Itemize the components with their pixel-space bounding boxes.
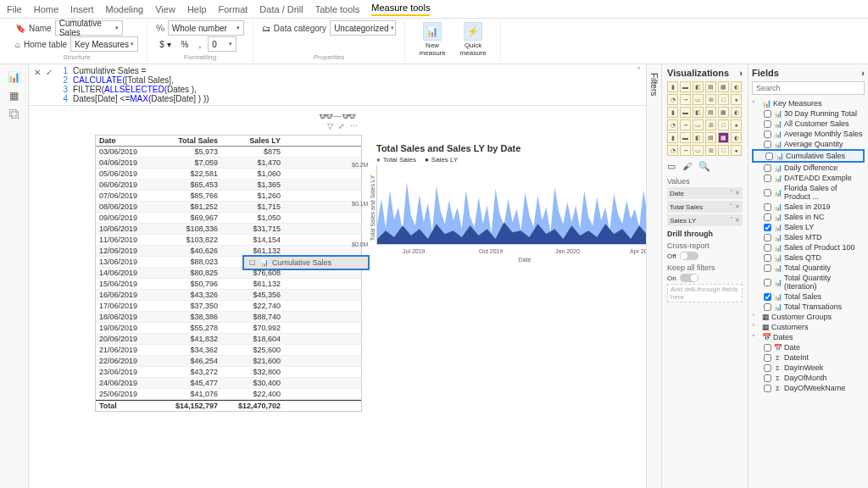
table-row[interactable]: 08/06/2019$81,252$1,715 [96,202,361,213]
table-row[interactable]: 15/06/2019$50,796$61,132 [96,279,361,290]
formula-bar[interactable]: ✕✓ 1Cumulative Sales = 2CALCULATE( [Tota… [29,64,646,106]
viz-type-icon[interactable]: ◧ [693,132,704,143]
field-sales-mtd[interactable]: 📊Sales MTD [752,232,865,242]
viz-type-icon[interactable]: ┅ [680,119,691,130]
viz-type-icon[interactable]: ◔ [667,94,678,105]
viz-type-icon[interactable]: ◐ [731,107,742,118]
format-dropdown[interactable]: Whole number [168,20,244,36]
report-canvas[interactable]: 👓─👓 ▽⤢⋯ DateTotal SalesSales LY 03/06/20… [29,106,646,488]
viz-type-icon[interactable]: ▬ [680,81,691,92]
viz-type-icon[interactable]: ▦ [718,81,729,92]
field-average-quantity[interactable]: 📊Average Quantity [752,139,865,149]
field-daily-difference[interactable]: 📊Daily Difference [752,163,865,173]
menu-format[interactable]: Format [219,4,248,14]
field-30-day-running-total[interactable]: 📊30 Day Running Total [752,108,865,119]
field-dayofweekname[interactable]: ΣDayOfWeekName [752,383,865,393]
viz-type-icon[interactable]: ⊞ [705,119,716,130]
viz-type-icon[interactable]: ◧ [693,107,704,118]
keep-filters-toggle[interactable]: On [667,274,743,282]
col-salesly[interactable]: Sales LY [221,136,284,146]
viz-type-icon[interactable]: ◔ [667,119,678,130]
commit-icon[interactable]: ✓ [46,68,53,77]
table-row[interactable]: 16/06/2019$43,326$45,356 [96,290,361,301]
report-view-icon[interactable]: 📊 [5,69,24,85]
viz-type-icon[interactable]: □ [718,145,729,156]
menu-insert[interactable]: Insert [70,4,94,14]
field-well-sales-ly[interactable]: Sales LY [667,214,743,226]
table-customer-groups[interactable]: ▦ Customer Groups [752,312,865,322]
chevron-right-icon[interactable]: › [861,68,865,78]
menu-table-tools[interactable]: Table tools [315,4,360,14]
table-row[interactable]: 06/06/2019$65,453$1,365 [96,180,361,191]
table-dates[interactable]: 📅 Dates [752,332,865,342]
focus-icon[interactable]: ⤢ [338,122,345,130]
field-well-total-sales[interactable]: Total Sales [667,201,743,213]
viz-type-icon[interactable]: ▮ [667,81,678,92]
table-row[interactable]: 21/06/2019$34,362$25,600 [96,345,361,356]
viz-type-icon[interactable]: ▦ [718,107,729,118]
chart-visual[interactable]: Total Sales and Sales LY by Date Total S… [376,143,646,263]
currency-button[interactable]: $ ▾ [156,39,174,50]
viz-type-icon[interactable]: ┅ [680,145,691,156]
menu-help[interactable]: Help [187,4,207,14]
field-sales-qtd[interactable]: 📊Sales QTD [752,252,865,263]
col-date[interactable]: Date [96,136,159,146]
viz-type-icon[interactable]: □ [718,94,729,105]
table-row[interactable]: 11/06/2019$103,822$14,154 [96,235,361,246]
table-row[interactable]: 10/06/2019$108,336$31,715 [96,224,361,235]
table-key-measures[interactable]: 📊 Key Measures [752,98,865,108]
viz-type-icon[interactable]: ▤ [705,107,716,118]
field-total-quantity--iteration-[interactable]: 📊Total Quantity (Iteration) [752,273,865,291]
field-dayofmonth[interactable]: ΣDayOfMonth [752,373,865,383]
table-customers[interactable]: ▦ Customers [752,322,865,332]
visual-type-gallery[interactable]: ▮▬◧▤▦◐◔┅▭⊞□●▮▬◧▤▦◐◔┅▭⊞□●▮▬◧▤▦◐◔┅▭⊞□● [667,81,743,156]
viz-type-icon[interactable]: ● [731,94,742,105]
menu-file[interactable]: File [7,4,22,14]
more-icon[interactable]: ⋯ [350,122,358,130]
viz-type-icon[interactable]: ● [731,119,742,130]
field-sales-in-nc[interactable]: 📊Sales in NC [752,212,865,222]
dragging-field-cumulative-sales[interactable]: 📊Cumulative Sales [242,255,370,270]
table-row[interactable]: 07/06/2019$85,766$1,260 [96,191,361,202]
viz-type-icon[interactable]: ▮ [667,107,678,118]
table-row[interactable]: 24/06/2019$45,477$30,400 [96,378,361,389]
cross-report-toggle[interactable]: Off [667,252,743,260]
viz-type-icon[interactable]: □ [718,119,729,130]
viz-type-icon[interactable]: ● [731,145,742,156]
drillthrough-well[interactable]: Add drill-through fields here [667,284,743,302]
chevron-down-icon[interactable]: ˅ [637,66,641,75]
viz-type-icon[interactable]: ┅ [680,94,691,105]
viz-type-icon[interactable]: ▤ [705,81,716,92]
table-visual[interactable]: ▽⤢⋯ DateTotal SalesSales LY 03/06/2019$5… [95,135,362,412]
chevron-right-icon[interactable]: › [739,68,743,78]
filters-pane-collapsed[interactable]: Filters [646,64,661,488]
home-table-dropdown[interactable]: Key Measures [70,36,138,52]
table-row[interactable]: 20/06/2019$41,832$18,604 [96,334,361,345]
decimals-input[interactable]: 0 [208,36,236,52]
table-row[interactable]: 22/06/2019$46,254$21,600 [96,356,361,367]
filter-icon[interactable]: ▽ [327,122,333,130]
table-row[interactable]: 17/06/2019$37,350$22,740 [96,301,361,312]
viz-type-icon[interactable]: ▭ [693,145,704,156]
table-row[interactable]: 19/06/2019$55,278$70,992 [96,323,361,334]
field-sales-ly[interactable]: 📊Sales LY [752,222,865,232]
viz-type-icon[interactable]: ▮ [667,132,678,143]
viz-type-icon[interactable]: ⊞ [705,94,716,105]
table-row[interactable]: 03/06/2019$5,973$875 [96,147,361,158]
field-cumulative-sales[interactable]: 📊Cumulative Sales [752,149,865,163]
viz-type-icon[interactable]: ◐ [731,132,742,143]
format-tab-icon[interactable]: 🖌 [682,161,692,172]
table-row[interactable]: 04/06/2019$7,059$1,470 [96,158,361,169]
model-view-icon[interactable]: ⿻ [5,107,24,122]
table-row[interactable]: 18/06/2019$38,386$88,740 [96,312,361,323]
menu-measure-tools[interactable]: Measure tools [371,3,430,16]
field-sales-of-product-100[interactable]: 📊Sales of Product 100 [752,242,865,252]
viz-type-icon[interactable]: ▭ [693,94,704,105]
table-row[interactable]: 25/06/2019$41,076$22,400 [96,389,361,400]
field-dayinweek[interactable]: ΣDayInWeek [752,363,865,373]
field-dateint[interactable]: ΣDateInt [752,352,865,363]
cancel-icon[interactable]: ✕ [34,68,41,77]
table-row[interactable]: 09/06/2019$69,967$1,050 [96,213,361,224]
new-measure-button[interactable]: 📊New measure [414,20,451,57]
viz-type-icon[interactable]: ▬ [680,107,691,118]
